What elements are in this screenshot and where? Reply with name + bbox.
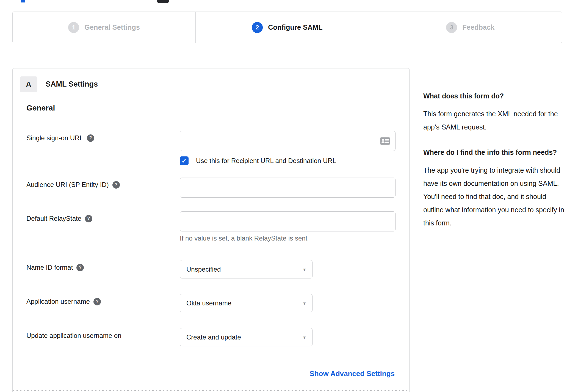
step-3-label: Feedback xyxy=(462,23,494,31)
application-username-help-icon[interactable]: ? xyxy=(93,298,101,305)
application-username-label: Application username ? xyxy=(26,298,101,305)
audience-uri-label-text: Audience URI (SP Entity ID) xyxy=(26,181,109,189)
default-relaystate-label-text: Default RelayState xyxy=(26,215,81,222)
cutoff-header-accent xyxy=(21,0,25,2)
name-id-format-select[interactable]: Unspecified ▼ xyxy=(180,260,313,278)
wizard-step-general-settings[interactable]: 1 General Settings xyxy=(13,12,195,43)
sso-url-label-text: Single sign-on URL xyxy=(26,134,83,142)
dropdown-caret-icon: ▼ xyxy=(302,267,306,272)
name-id-format-label-text: Name ID format xyxy=(26,264,73,271)
section-title: SAML Settings xyxy=(46,80,98,89)
help-q1-body: This form generates the XML needed for t… xyxy=(423,107,565,134)
section-divider xyxy=(13,390,409,391)
update-app-username-value: Create and update xyxy=(186,333,241,341)
name-id-format-help-icon[interactable]: ? xyxy=(76,264,84,271)
step-2-badge: 2 xyxy=(252,22,263,33)
show-advanced-settings-link[interactable]: Show Advanced Settings xyxy=(309,369,395,378)
name-id-format-value: Unspecified xyxy=(186,266,221,273)
application-username-value: Okta username xyxy=(186,299,231,307)
audience-uri-help-icon[interactable]: ? xyxy=(112,181,120,189)
audience-uri-label: Audience URI (SP Entity ID) ? xyxy=(26,181,120,189)
update-app-username-label-text: Update application username on xyxy=(26,332,121,339)
sso-url-input[interactable] xyxy=(180,131,396,151)
sso-url-label: Single sign-on URL ? xyxy=(26,134,94,142)
wizard-steps: 1 General Settings 2 Configure SAML 3 Fe… xyxy=(12,12,562,43)
audience-uri-input[interactable] xyxy=(180,178,396,198)
cutoff-header-logo xyxy=(157,0,169,3)
section-a-badge: A xyxy=(20,76,37,92)
step-1-label: General Settings xyxy=(84,23,140,31)
help-q2-body: The app you're trying to integrate with … xyxy=(423,164,565,230)
default-relaystate-hint: If no value is set, a blank RelayState i… xyxy=(180,234,307,242)
name-id-format-label: Name ID format ? xyxy=(26,264,84,271)
help-q1-title: What does this form do? xyxy=(423,89,565,103)
sso-url-help-icon[interactable]: ? xyxy=(87,134,94,142)
step-1-badge: 1 xyxy=(68,22,79,33)
recipient-url-checkbox-label: Use this for Recipient URL and Destinati… xyxy=(196,157,336,165)
step-2-label: Configure SAML xyxy=(268,23,323,31)
contact-card-icon[interactable] xyxy=(380,137,390,145)
update-app-username-select[interactable]: Create and update ▼ xyxy=(180,328,313,346)
wizard-step-configure-saml[interactable]: 2 Configure SAML xyxy=(195,12,378,43)
saml-settings-panel: A SAML Settings General Single sign-on U… xyxy=(12,68,410,392)
application-username-select[interactable]: Okta username ▼ xyxy=(180,294,313,312)
sso-url-input-wrap xyxy=(180,131,396,151)
wizard-step-feedback[interactable]: 3 Feedback xyxy=(379,12,562,43)
default-relaystate-input[interactable] xyxy=(180,211,396,231)
update-app-username-label: Update application username on xyxy=(26,332,121,339)
recipient-url-checkbox-row: ✓ Use this for Recipient URL and Destina… xyxy=(180,156,336,165)
default-relaystate-label: Default RelayState ? xyxy=(26,215,92,222)
help-q2-title: Where do I find the info this form needs… xyxy=(423,146,565,159)
step-3-badge: 3 xyxy=(446,22,457,33)
help-sidebar: What does this form do? This form genera… xyxy=(423,89,565,230)
dropdown-caret-icon: ▼ xyxy=(302,335,306,339)
dropdown-caret-icon: ▼ xyxy=(302,301,306,305)
configure-saml-page: 1 General Settings 2 Configure SAML 3 Fe… xyxy=(0,0,575,392)
general-group-title: General xyxy=(26,104,55,112)
recipient-url-checkbox[interactable]: ✓ xyxy=(180,156,189,165)
application-username-label-text: Application username xyxy=(26,298,90,305)
default-relaystate-help-icon[interactable]: ? xyxy=(85,215,92,222)
